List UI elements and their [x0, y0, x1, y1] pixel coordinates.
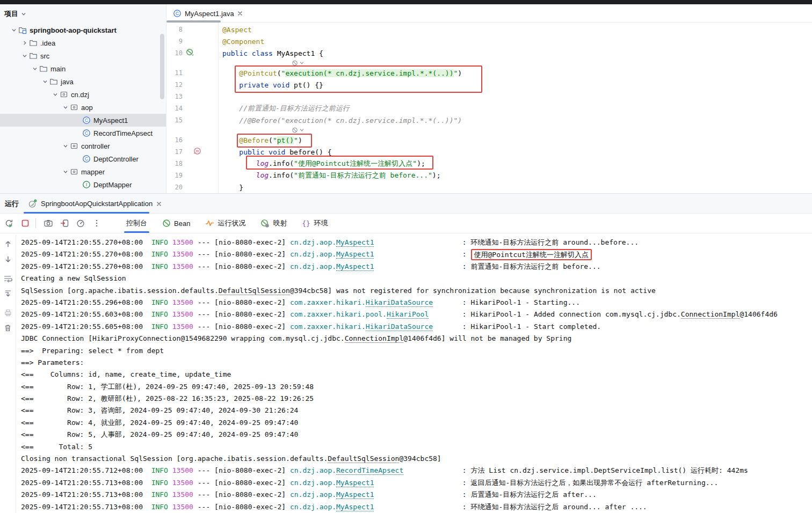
logger-link[interactable]: MyAspect1: [336, 238, 374, 247]
tree-item-label: cn.dzj: [71, 91, 89, 99]
code-token: "前置通知-目标方法运行之前 before...": [294, 171, 432, 179]
code-token: [222, 184, 239, 192]
console-log-line: 2025-09-14T21:20:55.270+08:00 INFO 13500…: [21, 248, 812, 260]
run-panel-header: 运行 SpringbootAopQuickstartApplication: [0, 194, 812, 214]
chevron-down-icon[interactable]: [61, 143, 70, 149]
tab-console[interactable]: 控制台: [119, 214, 155, 233]
aop-advice-gutter-icon[interactable]: m: [193, 147, 201, 157]
aop-inlay-icon: [292, 127, 306, 133]
project-panel-title: 项目: [4, 9, 18, 19]
tree-item-label: main: [50, 65, 66, 73]
logger-link[interactable]: HikariDataSource: [366, 298, 433, 307]
tree-item-deptmapper[interactable]: IDeptMapper: [0, 178, 166, 191]
code-token: @Before: [239, 136, 269, 144]
stop-button[interactable]: [18, 216, 32, 230]
chevron-down-icon[interactable]: [41, 78, 49, 85]
tab-bean[interactable]: Bean: [155, 214, 198, 233]
thread-dump-button[interactable]: [41, 216, 55, 230]
gauge-button[interactable]: [74, 216, 88, 230]
more-options-button[interactable]: [90, 216, 104, 230]
object-link[interactable]: DefaultSqlSession: [219, 287, 290, 295]
tree-item-recordtimeapsect[interactable]: CRecordTimeApsect: [0, 127, 166, 140]
chevron-down-icon: [20, 11, 27, 17]
object-link[interactable]: DefaultSqlSession: [328, 455, 399, 463]
log-text: Creating a new SqlSession: [21, 274, 126, 282]
log-text: INFO: [151, 479, 168, 487]
logger-link[interactable]: MyAspect1: [336, 479, 374, 487]
attach-button[interactable]: [57, 216, 71, 230]
rerun-button[interactable]: [2, 216, 16, 230]
code-token: @Component: [222, 38, 264, 46]
print-button[interactable]: [2, 307, 14, 319]
chevron-down-icon[interactable]: [20, 53, 29, 59]
code-editor[interactable]: 8@Aspect9@Component10public class MyAspe…: [166, 23, 812, 193]
logger-link[interactable]: RecordTimeApsect: [336, 466, 403, 475]
spring-bean-gutter-icon[interactable]: [186, 48, 194, 58]
tree-item-project-root[interactable]: springboot-aop-quickstart: [0, 24, 166, 36]
log-text: [168, 503, 172, 511]
logger-link[interactable]: MyAspect1: [336, 490, 374, 499]
log-text: INFO: [151, 503, 168, 511]
prev-occurrence-button[interactable]: [2, 238, 14, 250]
logger-link[interactable]: MyAspect1: [336, 262, 374, 271]
tree-item-idea[interactable]: .idea: [0, 36, 166, 49]
tree-item-src[interactable]: src: [0, 49, 166, 62]
code-token: .info(: [269, 171, 294, 179]
logger-link[interactable]: HikariPool: [387, 310, 429, 319]
chevron-right-icon[interactable]: [20, 40, 29, 46]
tree-item-myaspect1[interactable]: CMyAspect1: [0, 114, 166, 127]
chevron-down-icon[interactable]: [31, 65, 39, 72]
object-link[interactable]: ConnectionImpl: [345, 334, 404, 343]
object-link[interactable]: ConnectionImpl: [681, 310, 740, 319]
stop-icon: [21, 219, 30, 228]
run-panel-title: 运行: [5, 194, 19, 214]
editor-inlay-hint[interactable]: [166, 59, 812, 67]
code-line: 12 private void pt() {}: [166, 79, 812, 91]
tree-item-main[interactable]: main: [0, 62, 166, 75]
log-text: :: [374, 250, 470, 258]
editor-inlay-hint[interactable]: [166, 126, 812, 134]
tree-item-controller[interactable]: controller: [0, 140, 166, 152]
log-text: <== Row: 4, 就业部, 2024-09-25 09:47:40, 20…: [21, 419, 298, 427]
clear-all-button[interactable]: [2, 322, 14, 334]
close-icon[interactable]: [237, 11, 243, 16]
scroll-to-end-button[interactable]: [2, 288, 14, 299]
tree-item-java[interactable]: java: [0, 75, 166, 88]
tab-environment[interactable]: {}环境: [294, 214, 335, 233]
soft-wrap-button[interactable]: [2, 273, 14, 284]
tab-health[interactable]: 运行状况: [198, 214, 253, 233]
logger-link[interactable]: HikariDataSource: [366, 323, 433, 331]
log-text: 13500: [172, 250, 193, 258]
code-line: 16 @Before("pt()"): [166, 134, 812, 146]
run-config-tab[interactable]: SpringbootAopQuickstartApplication: [24, 194, 166, 214]
next-occurrence-button[interactable]: [2, 253, 14, 265]
tree-item-mapper[interactable]: mapper: [0, 165, 166, 178]
chevron-down-icon[interactable]: [61, 168, 70, 175]
project-panel-header[interactable]: 项目: [4, 8, 27, 20]
log-text: 13500: [172, 479, 193, 487]
logger-link[interactable]: MyAspect1: [336, 250, 374, 259]
tree-item-deptcontroller[interactable]: CDeptController: [0, 152, 166, 165]
chevron-down-icon[interactable]: [10, 27, 18, 33]
editor-tab-myaspect1[interactable]: C MyAspect1.java: [170, 4, 248, 23]
log-text: 2025-09-14T21:20:55.713+08:00: [21, 490, 151, 499]
editor-gutter: 19: [166, 170, 218, 181]
line-number: 16: [166, 136, 183, 144]
chevron-down-icon[interactable]: [51, 91, 60, 98]
log-text: 2025-09-14T21:20:55.270+08:00: [21, 250, 151, 258]
tree-item-cn-dzj[interactable]: cn.dzj: [0, 88, 166, 101]
code-line-text: //前置通知-目标方法运行之前运行: [222, 104, 350, 113]
logger-link[interactable]: MyAspect1: [336, 503, 374, 511]
code-line-text: //@Before("execution(* cn.dzj.service.im…: [222, 116, 462, 124]
toolbar-separator: [35, 218, 36, 228]
tree-item-aop[interactable]: aop: [0, 101, 166, 114]
console-output[interactable]: 2025-09-14T21:20:55.270+08:00 INFO 13500…: [17, 235, 812, 513]
tab-mappings[interactable]: 映射: [253, 214, 294, 233]
log-text: --- [nio-8080-exec-2]: [193, 250, 290, 258]
run-toolbar: 控制台Bean运行状况映射{}环境: [0, 214, 812, 233]
close-icon[interactable]: [156, 201, 162, 207]
code-token: log: [256, 159, 269, 167]
tree-scrollbar-thumb[interactable]: [160, 34, 164, 99]
chevron-down-icon[interactable]: [61, 104, 70, 111]
log-text: <== Row: 2, 教研部(杜), 2025-08-22 16:35:23,…: [21, 394, 314, 402]
